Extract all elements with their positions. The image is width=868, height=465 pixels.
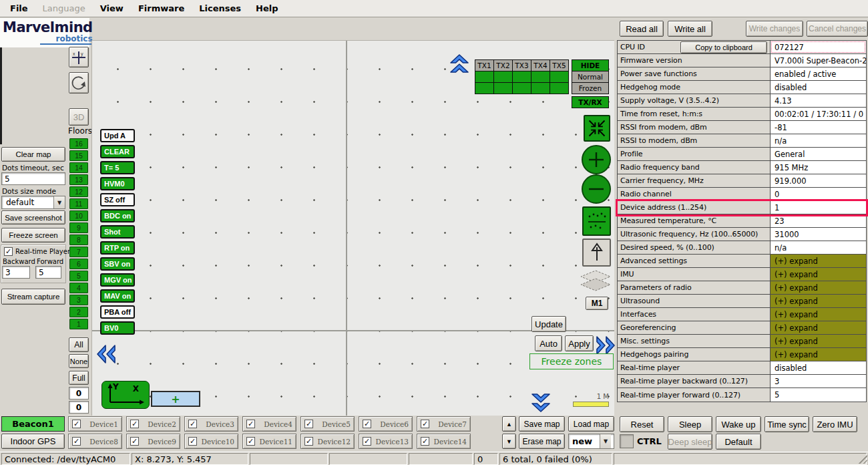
setting-value[interactable]: (+) expand: [771, 321, 866, 334]
deep-sleep-button[interactable]: Deep sleep: [668, 434, 712, 450]
origin-axes-marker[interactable]: Y X: [101, 381, 150, 409]
floor-button[interactable]: 4: [69, 283, 88, 293]
device-checkbox[interactable]: [130, 420, 139, 428]
device-checkbox[interactable]: [304, 420, 313, 428]
menu-item[interactable]: Licenses: [192, 0, 248, 17]
map-mode-button[interactable]: BDC on: [100, 209, 135, 222]
floors-all-button[interactable]: All: [69, 337, 89, 352]
device-checkbox[interactable]: [72, 437, 81, 446]
device-toggle[interactable]: Device5: [300, 416, 355, 432]
tx-state-cell[interactable]: [493, 82, 513, 94]
floor-button[interactable]: 13: [69, 174, 88, 185]
pan-up-button[interactable]: [582, 239, 611, 267]
device-checkbox[interactable]: [246, 437, 255, 446]
show-dots-button[interactable]: [582, 206, 611, 236]
setting-value[interactable]: 4.13: [771, 94, 866, 107]
save-map-button[interactable]: Save map: [519, 416, 565, 432]
device-toggle[interactable]: Device6: [359, 416, 413, 432]
tx-column-header[interactable]: TX3: [512, 59, 531, 71]
map-mode-button[interactable]: MAV on: [100, 289, 135, 303]
device-toggle[interactable]: Device12: [300, 434, 355, 449]
tx-state-cell[interactable]: [475, 82, 494, 94]
indoor-gps-tab[interactable]: Indoor GPS: [1, 434, 65, 449]
device-toggle[interactable]: Device2: [126, 416, 180, 432]
reset-button[interactable]: Reset: [620, 416, 664, 432]
device-toggle[interactable]: Device7: [417, 416, 471, 432]
chevron-down-icon[interactable]: ▼: [600, 434, 611, 448]
save-screenshot-button[interactable]: Save screenshot: [1, 210, 65, 224]
floor-button[interactable]: 7: [69, 247, 88, 257]
setting-value[interactable]: 00:02:01 / 17:30:11 / 0: [771, 108, 866, 120]
setting-value[interactable]: 23: [771, 214, 866, 227]
device-checkbox[interactable]: [304, 437, 313, 446]
backward-input[interactable]: 3: [2, 266, 30, 279]
menu-item[interactable]: Language: [35, 0, 93, 17]
tx-frozen-button[interactable]: Frozen: [572, 82, 609, 94]
floor-button[interactable]: 6: [69, 259, 88, 269]
add-submap-button[interactable]: +: [151, 391, 200, 407]
floor-button[interactable]: 8: [69, 235, 88, 245]
map-mode-button[interactable]: RTP on: [100, 241, 135, 255]
tx-state-cell[interactable]: [512, 71, 531, 83]
map-mode-button[interactable]: SZ off: [100, 193, 135, 206]
dots-timeout-input[interactable]: 5: [1, 172, 65, 185]
tx-state-cell[interactable]: [550, 82, 569, 94]
map-select-combobox[interactable]: new ▼: [568, 434, 614, 449]
rotate-view-button[interactable]: [69, 72, 89, 94]
setting-value[interactable]: 3: [771, 375, 866, 388]
device-checkbox[interactable]: [363, 437, 371, 446]
realtime-player-checkbox[interactable]: [4, 247, 13, 256]
floor-button[interactable]: 11: [69, 198, 88, 209]
menu-item[interactable]: File: [3, 0, 35, 17]
read-all-button[interactable]: Read all: [620, 21, 664, 37]
time-sync-button[interactable]: Time sync: [765, 416, 809, 432]
map-mode-button[interactable]: MGV on: [100, 273, 135, 287]
setting-value[interactable]: (+) expand: [771, 255, 866, 267]
chevron-double-up-icon[interactable]: [449, 53, 470, 78]
zoom-in-button[interactable]: [582, 145, 611, 174]
device-toggle[interactable]: Device14: [417, 434, 471, 449]
floor-button[interactable]: 2: [69, 307, 88, 317]
erase-map-button[interactable]: Erase map: [519, 434, 565, 449]
floor-button[interactable]: 5: [69, 271, 88, 281]
setting-value[interactable]: 919.000: [771, 174, 866, 187]
device-toggle[interactable]: Device1: [68, 416, 122, 432]
tx-state-cell[interactable]: [512, 82, 531, 94]
menu-item[interactable]: Firmware: [131, 0, 192, 17]
floor-button[interactable]: 1: [69, 319, 88, 329]
xy-axes-view-button[interactable]: x y: [69, 47, 89, 67]
setting-value[interactable]: (+) expand: [771, 308, 866, 321]
floor-offset-top-input[interactable]: 0: [69, 387, 89, 400]
setting-value[interactable]: (+) expand: [771, 295, 866, 307]
stream-capture-button[interactable]: Stream capture: [1, 289, 65, 305]
write-changes-button[interactable]: Write changes: [746, 21, 803, 37]
floors-none-button[interactable]: None: [69, 354, 89, 368]
layers-button[interactable]: [578, 269, 613, 297]
setting-value[interactable]: n/a: [771, 134, 866, 147]
device-checkbox[interactable]: [188, 420, 197, 428]
dots-size-mode-select[interactable]: default ▼: [1, 196, 65, 209]
zoom-out-button[interactable]: [582, 174, 611, 204]
setting-value[interactable]: 915 MHz: [771, 161, 866, 174]
setting-value[interactable]: -81: [771, 121, 866, 134]
map-mode-button[interactable]: BV0: [100, 321, 135, 335]
setting-value[interactable]: enabled / active: [771, 67, 866, 80]
device-toggle[interactable]: Device8: [68, 434, 122, 449]
setting-value[interactable]: (+) expand: [771, 281, 866, 294]
setting-value[interactable]: (+) expand: [771, 268, 866, 281]
clear-map-button[interactable]: Clear map: [1, 147, 65, 162]
device-toggle[interactable]: Device3: [184, 416, 238, 432]
device-toggle[interactable]: Device13: [359, 434, 413, 449]
tx-state-cell[interactable]: [531, 71, 550, 83]
device-toggle[interactable]: Device11: [242, 434, 296, 449]
setting-value[interactable]: 31000: [771, 228, 866, 241]
forward-input[interactable]: 5: [35, 266, 61, 279]
load-map-button[interactable]: Load map: [568, 416, 614, 432]
setting-value[interactable]: General: [771, 148, 866, 160]
floor-button[interactable]: 9: [69, 222, 88, 233]
chevron-double-left-icon[interactable]: [96, 343, 120, 365]
map-mode-button[interactable]: Upd A: [100, 129, 135, 142]
beacon1-tab[interactable]: Beacon1: [1, 416, 65, 432]
cancel-changes-button[interactable]: Cancel changes: [807, 21, 868, 37]
chevron-double-down-icon[interactable]: [530, 389, 552, 413]
